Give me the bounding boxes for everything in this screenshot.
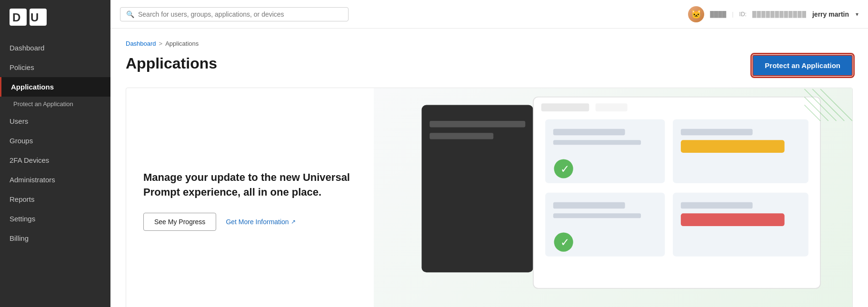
search-icon: 🔍 — [126, 10, 134, 18]
svg-rect-14 — [553, 140, 641, 145]
see-progress-button[interactable]: See My Progress — [143, 213, 216, 231]
main-area: 🔍 🐱 ████ | ID: ████████████ jerry martin… — [110, 0, 868, 307]
topbar-right: 🐱 ████ | ID: ████████████ jerry martin ▾ — [688, 6, 858, 22]
breadcrumb: Dashboard > Applications — [126, 40, 853, 47]
sidebar-item-groups[interactable]: Groups — [0, 131, 110, 150]
sidebar-item-dashboard[interactable]: Dashboard — [0, 38, 110, 58]
svg-text:U: U — [30, 11, 39, 24]
sidebar-item-users[interactable]: Users — [0, 111, 110, 131]
user-dropdown-caret[interactable]: ▾ — [856, 11, 858, 18]
svg-rect-10 — [541, 103, 589, 111]
banner-headline: Manage your update to the new Universal … — [143, 170, 357, 200]
sidebar-item-billing[interactable]: Billing — [0, 228, 110, 248]
svg-line-31 — [820, 89, 852, 121]
avatar: 🐱 — [688, 6, 704, 22]
duo-logo: D U — [10, 9, 48, 30]
svg-rect-8 — [429, 133, 493, 139]
page-header: Applications Protect an Application — [126, 55, 853, 76]
svg-rect-6 — [422, 105, 534, 273]
banner-text-area: Manage your update to the new Universal … — [126, 88, 374, 307]
svg-rect-21 — [553, 202, 625, 208]
sidebar-item-reports[interactable]: Reports — [0, 189, 110, 209]
sidebar-item-2fa-devices[interactable]: 2FA Devices — [0, 150, 110, 170]
illustration-svg: ✓ ✓ — [374, 88, 852, 307]
external-link-icon: ↗ — [291, 218, 296, 225]
sidebar-nav: Dashboard Policies Applications Protect … — [0, 38, 110, 307]
global-search[interactable]: 🔍 — [120, 7, 349, 21]
id-prefix: ID: — [739, 11, 747, 18]
id-label: ████ — [710, 11, 726, 18]
svg-rect-26 — [681, 202, 753, 208]
svg-text:✓: ✓ — [560, 163, 569, 175]
svg-rect-27 — [681, 213, 785, 226]
username-label[interactable]: jerry martin — [812, 10, 849, 18]
sidebar-item-settings[interactable]: Settings — [0, 209, 110, 228]
banner-illustration: ✓ ✓ — [374, 88, 852, 307]
protect-application-button[interactable]: Protect an Application — [752, 55, 853, 76]
get-more-information-link[interactable]: Get More Information ↗ — [226, 218, 295, 226]
svg-rect-7 — [429, 121, 525, 127]
id-value: ████████████ — [752, 11, 807, 18]
page-title: Applications — [126, 55, 217, 72]
svg-rect-19 — [681, 140, 785, 153]
breadcrumb-current: Applications — [165, 40, 199, 47]
topbar: 🔍 🐱 ████ | ID: ████████████ jerry martin… — [110, 0, 868, 29]
banner-actions: See My Progress Get More Information ↗ — [143, 213, 357, 231]
svg-rect-11 — [596, 103, 628, 111]
sidebar-item-policies[interactable]: Policies — [0, 58, 110, 77]
sidebar: D U Dashboard Policies Applications Prot… — [0, 0, 110, 307]
svg-text:D: D — [12, 11, 20, 24]
svg-rect-13 — [553, 129, 625, 135]
svg-rect-18 — [681, 129, 753, 135]
breadcrumb-separator: > — [159, 40, 163, 47]
svg-rect-22 — [553, 213, 641, 218]
sidebar-item-applications[interactable]: Applications — [0, 77, 110, 97]
breadcrumb-home[interactable]: Dashboard — [126, 40, 156, 47]
logo-area: D U — [0, 0, 110, 38]
search-input[interactable] — [138, 10, 342, 18]
sidebar-item-protect-application[interactable]: Protect an Application — [0, 97, 110, 111]
content-area: Dashboard > Applications Applications Pr… — [110, 29, 868, 307]
promo-banner: Manage your update to the new Universal … — [126, 88, 853, 307]
sidebar-item-administrators[interactable]: Administrators — [0, 170, 110, 189]
svg-text:✓: ✓ — [560, 236, 569, 248]
